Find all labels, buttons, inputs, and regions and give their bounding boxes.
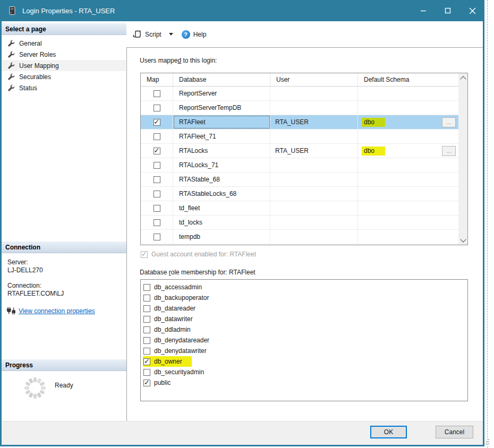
help-icon bbox=[182, 30, 190, 39]
role-label: public bbox=[154, 379, 171, 386]
guest-account-label: Guest account enabled for: RTAFleet bbox=[151, 251, 256, 258]
role-checkbox[interactable] bbox=[143, 380, 150, 386]
role-checkbox[interactable] bbox=[143, 284, 150, 291]
user-cell bbox=[270, 187, 358, 201]
table-row[interactable]: RTAFleetRTA_USERdbo... bbox=[141, 115, 467, 130]
database-cell: RTALocks bbox=[173, 144, 270, 158]
map-checkbox[interactable] bbox=[154, 176, 160, 183]
role-checkbox[interactable] bbox=[143, 369, 150, 376]
user-cell bbox=[270, 173, 358, 186]
schema-cell bbox=[358, 101, 458, 115]
map-checkbox[interactable] bbox=[154, 219, 160, 226]
role-checkbox[interactable] bbox=[143, 337, 150, 344]
map-checkbox[interactable] bbox=[154, 191, 160, 197]
column-header-database[interactable]: Database bbox=[173, 73, 270, 86]
role-item[interactable]: db_backupoperator bbox=[143, 292, 218, 303]
schema-cell: dbo... bbox=[358, 115, 458, 129]
map-checkbox[interactable] bbox=[154, 119, 160, 126]
database-cell: tempdb bbox=[173, 230, 270, 244]
map-checkbox[interactable] bbox=[154, 148, 160, 154]
progress-header: Progress bbox=[2, 359, 126, 371]
cancel-button[interactable]: Cancel bbox=[436, 426, 473, 438]
table-row[interactable]: td_fleet bbox=[141, 201, 467, 216]
table-row[interactable]: RTALocks_71 bbox=[141, 158, 467, 173]
view-connection-properties-link[interactable]: View connection properties bbox=[19, 307, 95, 315]
script-dropdown-icon[interactable] bbox=[169, 33, 173, 36]
role-item[interactable]: db_owner bbox=[143, 356, 192, 367]
scroll-up-icon[interactable] bbox=[458, 73, 467, 82]
table-row[interactable]: RTALocksRTA_USERdbo... bbox=[141, 144, 467, 158]
column-header-user[interactable]: User bbox=[270, 73, 358, 86]
table-row[interactable]: ReportServerTempDB bbox=[141, 101, 467, 115]
map-checkbox[interactable] bbox=[154, 105, 160, 111]
maximize-button[interactable] bbox=[436, 0, 460, 21]
user-cell bbox=[270, 87, 358, 100]
database-cell: RTALocks_71 bbox=[173, 158, 270, 172]
role-checkbox[interactable] bbox=[143, 326, 150, 333]
map-checkbox[interactable] bbox=[154, 90, 160, 97]
sidebar-item-label: Server Roles bbox=[19, 51, 56, 58]
table-row[interactable]: td_locks bbox=[141, 216, 467, 230]
sidebar-item-securables[interactable]: Securables bbox=[2, 71, 126, 82]
browse-schema-button[interactable]: ... bbox=[442, 117, 456, 127]
database-cell: ReportServerTempDB bbox=[173, 101, 270, 115]
role-item[interactable]: db_accessadmin bbox=[143, 282, 211, 292]
map-cell bbox=[141, 144, 173, 158]
column-header-map[interactable]: Map bbox=[141, 73, 173, 86]
role-checkbox[interactable] bbox=[143, 295, 150, 301]
ok-button[interactable]: OK bbox=[370, 426, 407, 438]
sidebar-item-general[interactable]: General bbox=[2, 38, 126, 49]
table-row[interactable]: RTAFleet_71 bbox=[141, 130, 467, 144]
map-checkbox[interactable] bbox=[154, 234, 160, 240]
sidebar-item-label: General bbox=[19, 40, 42, 47]
role-item[interactable]: db_datawriter bbox=[143, 314, 202, 324]
role-checkbox[interactable] bbox=[143, 348, 150, 355]
user-cell bbox=[270, 130, 358, 143]
database-cell: td_locks bbox=[173, 216, 270, 229]
browse-schema-button[interactable]: ... bbox=[442, 146, 456, 156]
role-item[interactable]: public bbox=[143, 377, 180, 388]
role-checkbox[interactable] bbox=[143, 358, 150, 365]
table-row[interactable]: ReportServer bbox=[141, 87, 467, 101]
table-row[interactable]: RTAStable_68 bbox=[141, 173, 467, 187]
role-item[interactable]: db_denydatareader bbox=[143, 335, 219, 346]
connection-header: Connection bbox=[2, 242, 126, 253]
role-label: db_owner bbox=[154, 358, 182, 365]
help-button[interactable]: Help bbox=[193, 31, 207, 38]
database-cell: RTAStableLocks_68 bbox=[173, 187, 270, 201]
schema-cell bbox=[358, 87, 458, 100]
sidebar-item-user-mapping[interactable]: User Mapping bbox=[2, 60, 126, 71]
role-checkbox[interactable] bbox=[143, 316, 150, 323]
role-item[interactable]: db_securityadmin bbox=[143, 367, 214, 377]
table-row[interactable]: tempdb bbox=[141, 230, 467, 244]
connection-label: Connection: bbox=[7, 282, 122, 290]
minimize-button[interactable] bbox=[411, 0, 436, 21]
close-button[interactable] bbox=[460, 0, 484, 21]
map-cell bbox=[141, 216, 173, 229]
script-button[interactable]: Script bbox=[145, 31, 161, 38]
scroll-down-icon[interactable] bbox=[458, 236, 467, 245]
role-label: db_datawriter bbox=[154, 315, 193, 323]
titlebar[interactable]: Login Properties - RTA_USER bbox=[0, 0, 484, 21]
sidebar-item-server-roles[interactable]: Server Roles bbox=[2, 49, 126, 60]
role-checkbox[interactable] bbox=[143, 305, 150, 312]
table-scrollbar[interactable] bbox=[458, 73, 467, 245]
user-cell bbox=[270, 216, 358, 229]
map-checkbox[interactable] bbox=[154, 162, 160, 169]
column-header-default-schema[interactable]: Default Schema bbox=[358, 73, 458, 86]
user-cell: RTA_USER bbox=[270, 115, 358, 129]
map-checkbox[interactable] bbox=[154, 205, 160, 212]
role-item[interactable]: db_denydatawriter bbox=[143, 346, 216, 356]
resize-grip[interactable] bbox=[483, 438, 490, 445]
select-a-page-header: Select a page bbox=[2, 23, 126, 35]
user-cell bbox=[270, 230, 358, 244]
role-item[interactable]: db_datareader bbox=[143, 303, 205, 314]
sidebar-item-status[interactable]: Status bbox=[2, 82, 126, 93]
schema-cell bbox=[358, 216, 458, 229]
role-label: db_ddladmin bbox=[154, 326, 191, 333]
role-membership-listbox: db_accessadmindb_backupoperatordb_datare… bbox=[140, 279, 468, 401]
table-row[interactable]: RTAStableLocks_68 bbox=[141, 187, 467, 201]
schema-cell bbox=[358, 187, 458, 201]
map-checkbox[interactable] bbox=[154, 133, 160, 140]
role-item[interactable]: db_ddladmin bbox=[143, 324, 200, 335]
